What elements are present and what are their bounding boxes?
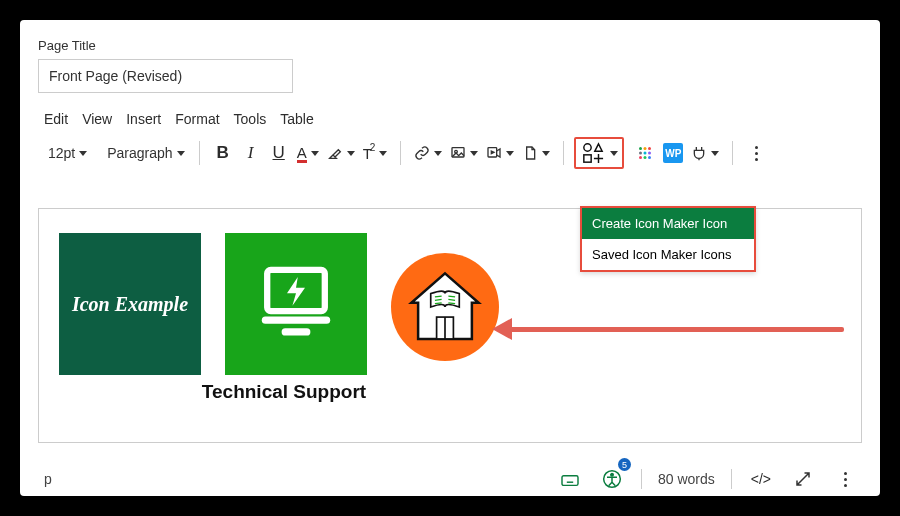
svg-point-5 xyxy=(639,147,642,150)
block-format-select[interactable]: Paragraph xyxy=(103,145,188,161)
more-button[interactable] xyxy=(832,464,858,494)
chevron-down-icon xyxy=(347,151,355,156)
fullscreen-button[interactable] xyxy=(790,464,816,494)
menu-format[interactable]: Format xyxy=(175,111,219,127)
library-house-icon-block[interactable] xyxy=(391,253,499,361)
image-button[interactable] xyxy=(447,138,481,168)
library-house-icon xyxy=(403,265,487,349)
icon-maker-button[interactable] xyxy=(574,137,624,169)
create-icon-menu-item[interactable]: Create Icon Maker Icon xyxy=(582,208,754,239)
svg-line-23 xyxy=(448,299,455,300)
overflow-menu[interactable] xyxy=(743,138,769,168)
status-bar: p 5 80 words </> xyxy=(38,462,862,496)
svg-point-7 xyxy=(648,147,651,150)
status-right: 5 80 words </> xyxy=(557,464,858,494)
chevron-down-icon xyxy=(379,151,387,156)
saved-icons-menu-item[interactable]: Saved Icon Maker Icons xyxy=(582,239,754,270)
icon-row: Icon Example Technical Support xyxy=(59,233,499,403)
svg-line-20 xyxy=(435,299,442,300)
page-title-label: Page Title xyxy=(38,38,862,53)
svg-point-13 xyxy=(648,156,651,159)
highlight-button[interactable] xyxy=(324,138,358,168)
page-title-input[interactable] xyxy=(38,59,293,93)
media-button[interactable] xyxy=(483,138,517,168)
chevron-down-icon xyxy=(79,151,87,156)
block-format-value: Paragraph xyxy=(107,145,172,161)
chevron-down-icon xyxy=(311,151,319,156)
keyboard-button[interactable] xyxy=(557,464,583,494)
chevron-down-icon xyxy=(542,151,550,156)
chevron-down-icon xyxy=(610,151,618,156)
svg-line-19 xyxy=(435,296,442,297)
editor-menubar: Edit View Insert Format Tools Table xyxy=(38,111,862,127)
chevron-down-icon xyxy=(177,151,185,156)
separator xyxy=(199,141,200,165)
italic-button[interactable]: I xyxy=(238,138,264,168)
wp-plugin-button[interactable]: WP xyxy=(660,138,686,168)
plugin-button[interactable] xyxy=(688,138,722,168)
laptop-lightning-icon xyxy=(251,259,341,349)
svg-point-11 xyxy=(639,156,642,159)
icon-tech-support-col: Technical Support xyxy=(201,233,367,403)
svg-rect-15 xyxy=(262,317,330,324)
separator xyxy=(641,469,642,489)
chevron-down-icon xyxy=(506,151,514,156)
kebab-icon xyxy=(755,146,758,161)
svg-point-6 xyxy=(644,147,647,150)
text-color-button[interactable]: A xyxy=(294,138,322,168)
svg-line-21 xyxy=(435,303,442,304)
icon-tech-support-block[interactable] xyxy=(225,233,367,375)
icon-example-block[interactable]: Icon Example xyxy=(59,233,201,375)
accessibility-badge: 5 xyxy=(618,458,631,471)
icon-maker-dropdown: Create Icon Maker Icon Saved Icon Maker … xyxy=(580,206,756,272)
svg-line-22 xyxy=(448,296,455,297)
app-inner: Page Title Edit View Insert Format Tools… xyxy=(20,20,880,496)
svg-point-10 xyxy=(648,152,651,155)
chevron-down-icon xyxy=(434,151,442,156)
separator xyxy=(400,141,401,165)
element-path[interactable]: p xyxy=(38,471,52,487)
separator xyxy=(731,469,732,489)
menu-tools[interactable]: Tools xyxy=(234,111,267,127)
menu-view[interactable]: View xyxy=(82,111,112,127)
font-size-select[interactable]: 12pt xyxy=(44,145,91,161)
word-count: 80 words xyxy=(658,471,715,487)
app-frame: Page Title Edit View Insert Format Tools… xyxy=(20,20,880,496)
chevron-down-icon xyxy=(470,151,478,156)
icon-tech-support-label: Technical Support xyxy=(202,381,366,403)
separator xyxy=(732,141,733,165)
accessibility-button[interactable]: 5 xyxy=(599,464,625,494)
svg-rect-25 xyxy=(562,476,578,486)
menu-table[interactable]: Table xyxy=(280,111,313,127)
svg-point-9 xyxy=(644,152,647,155)
separator xyxy=(563,141,564,165)
superscript-exp: 2 xyxy=(370,142,376,153)
svg-point-32 xyxy=(611,474,614,477)
menu-edit[interactable]: Edit xyxy=(44,111,68,127)
font-size-value: 12pt xyxy=(48,145,75,161)
svg-rect-4 xyxy=(584,155,591,162)
svg-line-24 xyxy=(448,303,455,304)
link-button[interactable] xyxy=(411,138,445,168)
svg-rect-16 xyxy=(282,328,311,335)
menu-insert[interactable]: Insert xyxy=(126,111,161,127)
bold-button[interactable]: B xyxy=(210,138,236,168)
superscript-button[interactable]: T2 xyxy=(360,138,391,168)
svg-point-3 xyxy=(584,144,591,151)
underline-button[interactable]: U xyxy=(266,138,292,168)
svg-point-12 xyxy=(644,156,647,159)
chevron-down-icon xyxy=(711,151,719,156)
document-button[interactable] xyxy=(519,138,553,168)
shapes-icon xyxy=(582,142,604,164)
svg-point-8 xyxy=(639,152,642,155)
kebab-icon xyxy=(844,472,847,487)
editor-toolbar: 12pt Paragraph B I U A T2 xyxy=(38,135,862,171)
html-view-button[interactable]: </> xyxy=(748,464,774,494)
apps-button[interactable] xyxy=(632,138,658,168)
wp-badge: WP xyxy=(663,143,683,163)
